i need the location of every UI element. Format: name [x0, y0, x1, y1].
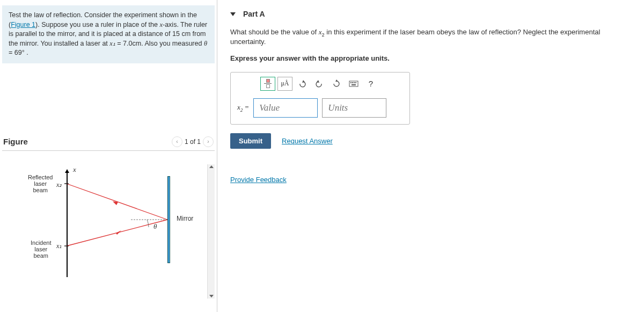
left-panel: Test the law of reflection. Consider the…: [0, 0, 217, 312]
figure-nav: ‹ 1 of 1 ›: [172, 136, 214, 147]
x2-label: x₂: [56, 181, 62, 189]
theta-label: θ: [153, 222, 157, 231]
svg-marker-3: [113, 201, 118, 205]
figure-canvas: x Mirror θ x₁ x₂: [2, 164, 215, 299]
figure-title: Figure: [3, 137, 28, 146]
reflected-beam-label: Reflected laser beam: [28, 174, 53, 193]
figure-link[interactable]: Figure 1: [11, 21, 35, 28]
svg-marker-9: [335, 79, 338, 82]
question-text: What should be the value of x2 in this e…: [230, 28, 631, 46]
redo-button[interactable]: [312, 77, 327, 91]
figure-header: Figure ‹ 1 of 1 ›: [2, 133, 215, 151]
right-panel: Part A What should be the value of x2 in…: [217, 0, 644, 312]
var-x1: x₁: [109, 40, 115, 47]
prompt-seg: ). Suppose you use a ruler in place of t…: [35, 21, 159, 28]
help-button[interactable]: ?: [363, 77, 378, 91]
redo-icon: [315, 80, 324, 88]
figure-next-button[interactable]: ›: [203, 136, 214, 147]
part-header[interactable]: Part A: [230, 6, 631, 28]
request-answer-link[interactable]: Request Answer: [282, 137, 333, 145]
diagram: x Mirror θ x₁ x₂: [24, 164, 201, 282]
keyboard-button[interactable]: [346, 77, 361, 91]
svg-rect-12: [352, 82, 353, 83]
prompt-seg: = 69° .: [9, 49, 28, 56]
svg-rect-13: [354, 82, 355, 83]
svg-rect-10: [349, 81, 358, 86]
prompt-text: Test the law of reflection. Consider the…: [2, 5, 215, 63]
units-input[interactable]: [322, 98, 386, 118]
provide-feedback-link[interactable]: Provide Feedback: [230, 176, 287, 184]
answer-toolbar: μÅ ?: [231, 72, 409, 94]
figure-counter: 1 of 1: [185, 138, 201, 146]
figure-scrollbar[interactable]: [207, 164, 215, 299]
reset-button[interactable]: [329, 77, 344, 91]
answer-area: μÅ ? x2 =: [230, 72, 410, 125]
keyboard-icon: [349, 81, 358, 87]
figure-section: Figure ‹ 1 of 1 › x Mirror: [0, 133, 217, 299]
undo-icon: [298, 80, 306, 88]
part-title: Part A: [243, 10, 265, 18]
equation-label: x2 =: [237, 103, 249, 113]
units-tool-button[interactable]: μÅ: [277, 77, 292, 91]
value-input[interactable]: [253, 98, 318, 118]
svg-rect-11: [350, 82, 352, 83]
caret-down-icon: [230, 12, 236, 16]
x1-label: x₁: [56, 242, 62, 250]
svg-rect-15: [352, 84, 356, 85]
svg-rect-14: [355, 82, 356, 83]
undo-button[interactable]: [295, 77, 310, 91]
fraction-tool-button[interactable]: [260, 77, 275, 91]
svg-line-2: [67, 184, 167, 220]
answer-instruction: Express your answer with the appropriate…: [230, 54, 631, 62]
submit-button[interactable]: Submit: [230, 133, 271, 149]
reset-icon: [332, 79, 341, 88]
incident-beam-label: Incident laser beam: [31, 240, 52, 259]
answer-input-row: x2 =: [231, 94, 409, 124]
figure-prev-button[interactable]: ‹: [172, 136, 182, 147]
fraction-icon: [264, 79, 272, 88]
prompt-seg: = 7.0cm. Also you measured: [115, 40, 204, 47]
var-theta: θ: [204, 40, 207, 47]
submit-row: Submit Request Answer: [230, 133, 631, 149]
